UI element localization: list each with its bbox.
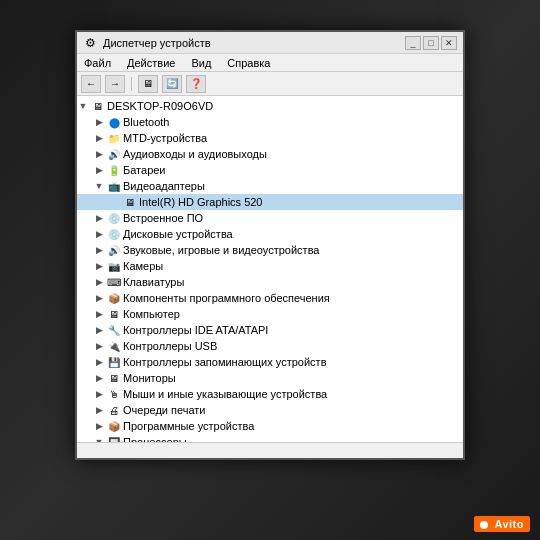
menu-help[interactable]: Справка [224, 57, 273, 69]
bluetooth-icon: ⬤ [107, 115, 121, 129]
list-item[interactable]: ▶ 🔋 Батареи [77, 162, 463, 178]
expand-icon: ▶ [93, 388, 105, 400]
item-label: Контроллеры запоминающих устройств [123, 356, 326, 368]
item-label: Мыши и иные указывающие устройства [123, 388, 327, 400]
list-item[interactable]: ▼ 📺 Видеоадаптеры [77, 178, 463, 194]
expand-icon: ▶ [93, 132, 105, 144]
list-item[interactable]: ▶ 🖨 Очереди печати [77, 402, 463, 418]
toolbar-separator-1 [131, 77, 132, 91]
item-label: MTD-устройства [123, 132, 207, 144]
expand-icon: ▶ [93, 244, 105, 256]
update-button[interactable]: 🔄 [162, 75, 182, 93]
item-label: Дисковые устройства [123, 228, 233, 240]
properties-button[interactable]: 🖥 [138, 75, 158, 93]
item-label: Компоненты программного обеспечения [123, 292, 330, 304]
expand-icon: ▶ [93, 276, 105, 288]
item-label: Встроенное ПО [123, 212, 203, 224]
avito-watermark: Avito [474, 516, 530, 532]
item-label: Батареи [123, 164, 166, 176]
software-icon: 📦 [107, 291, 121, 305]
avito-icon [480, 521, 488, 529]
item-label: Аудиовходы и аудиовыходы [123, 148, 267, 160]
list-item[interactable]: ▶ 📦 Программные устройства [77, 418, 463, 434]
tree-root[interactable]: ▼ 🖥 DESKTOP-R09O6VD [77, 98, 463, 114]
forward-button[interactable]: → [105, 75, 125, 93]
item-label: Очереди печати [123, 404, 206, 416]
battery-icon: 🔋 [107, 163, 121, 177]
menu-file[interactable]: Файл [81, 57, 114, 69]
list-item[interactable]: ▶ 💾 Контроллеры запоминающих устройств [77, 354, 463, 370]
list-item[interactable]: ▶ 💿 Дисковые устройства [77, 226, 463, 242]
list-item[interactable]: ▶ 🖥 Мониторы [77, 370, 463, 386]
item-label: Камеры [123, 260, 163, 272]
item-label: Клавиатуры [123, 276, 184, 288]
storage-icon: 💾 [107, 355, 121, 369]
expand-icon: ▶ [93, 356, 105, 368]
expand-icon: ▶ [93, 260, 105, 272]
status-bar [77, 442, 463, 458]
expand-icon: ▶ [93, 116, 105, 128]
expand-icon: ▶ [93, 308, 105, 320]
menu-action[interactable]: Действие [124, 57, 178, 69]
root-expand-icon: ▼ [77, 100, 89, 112]
list-item[interactable]: ▶ 🔌 Контроллеры USB [77, 338, 463, 354]
list-item[interactable]: ▶ 🖱 Мыши и иные указывающие устройства [77, 386, 463, 402]
expand-icon: ▶ [93, 164, 105, 176]
root-label: DESKTOP-R09O6VD [107, 100, 213, 112]
list-item[interactable]: 🖥 Intel(R) HD Graphics 520 [77, 194, 463, 210]
help-button[interactable]: ❓ [186, 75, 206, 93]
close-button[interactable]: ✕ [441, 36, 457, 50]
maximize-button[interactable]: □ [423, 36, 439, 50]
list-item[interactable]: ▼ 🔲 Процессоры [77, 434, 463, 442]
audio-icon: 🔊 [107, 147, 121, 161]
software-devices-icon: 📦 [107, 419, 121, 433]
intel-hd-graphics-label: Intel(R) HD Graphics 520 [139, 196, 263, 208]
list-item[interactable]: ▶ 🔊 Звуковые, игровые и видеоустройства [77, 242, 463, 258]
keyboard-icon: ⌨ [107, 275, 121, 289]
item-label: Компьютер [123, 308, 180, 320]
item-label: Контроллеры USB [123, 340, 217, 352]
expand-icon: ▶ [93, 420, 105, 432]
monitor-icon: 🖥 [107, 371, 121, 385]
list-item[interactable]: ▶ 📷 Камеры [77, 258, 463, 274]
menu-view[interactable]: Вид [188, 57, 214, 69]
list-item[interactable]: ▶ 💿 Встроенное ПО [77, 210, 463, 226]
camera-icon: 📷 [107, 259, 121, 273]
list-item[interactable]: ▶ 🔊 Аудиовходы и аудиовыходы [77, 146, 463, 162]
processors-icon: 🔲 [107, 435, 121, 442]
expand-icon: ▶ [93, 372, 105, 384]
device-tree[interactable]: ▼ 🖥 DESKTOP-R09O6VD ▶ ⬤ Bluetooth ▶ 📁 MT… [77, 96, 463, 442]
firmware-icon: 💿 [107, 211, 121, 225]
mtd-icon: 📁 [107, 131, 121, 145]
list-item[interactable]: ▶ 📁 MTD-устройства [77, 130, 463, 146]
back-button[interactable]: ← [81, 75, 101, 93]
window-controls: _ □ ✕ [405, 36, 457, 50]
toolbar: ← → 🖥 🔄 ❓ [77, 72, 463, 96]
print-icon: 🖨 [107, 403, 121, 417]
item-label: Видеоадаптеры [123, 180, 205, 192]
list-item[interactable]: ▶ ⬤ Bluetooth [77, 114, 463, 130]
expand-icon: ▼ [93, 180, 105, 192]
expand-icon: ▶ [93, 148, 105, 160]
minimize-button[interactable]: _ [405, 36, 421, 50]
item-label: Контроллеры IDE ATA/ATAPI [123, 324, 268, 336]
list-item[interactable]: ▶ 🖥 Компьютер [77, 306, 463, 322]
list-item[interactable]: ▶ ⌨ Клавиатуры [77, 274, 463, 290]
usb-icon: 🔌 [107, 339, 121, 353]
expand-icon: ▶ [93, 340, 105, 352]
item-label: Мониторы [123, 372, 176, 384]
title-bar: ⚙ Диспетчер устройств _ □ ✕ [77, 32, 463, 54]
expand-icon: ▶ [93, 228, 105, 240]
item-label: Программные устройства [123, 420, 254, 432]
device-manager-window: ⚙ Диспетчер устройств _ □ ✕ Файл Действи… [75, 30, 465, 460]
expand-icon: ▶ [93, 324, 105, 336]
expand-icon: ▶ [93, 404, 105, 416]
menu-bar: Файл Действие Вид Справка [77, 54, 463, 72]
expand-icon: ▶ [93, 292, 105, 304]
expand-icon: ▶ [93, 212, 105, 224]
window-title: Диспетчер устройств [103, 37, 399, 49]
list-item[interactable]: ▶ 📦 Компоненты программного обеспечения [77, 290, 463, 306]
list-item[interactable]: ▶ 🔧 Контроллеры IDE ATA/ATAPI [77, 322, 463, 338]
avito-label: Avito [494, 518, 524, 530]
item-label: Звуковые, игровые и видеоустройства [123, 244, 320, 256]
